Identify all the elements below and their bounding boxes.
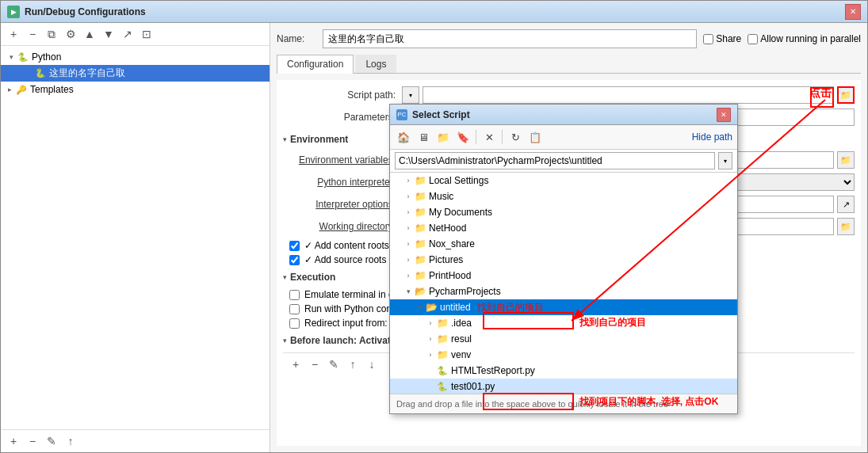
allow-parallel-checkbox[interactable]	[748, 34, 758, 44]
script-path-folder-button[interactable]: 📁	[837, 86, 855, 104]
hide-path-link[interactable]: Hide path	[692, 131, 732, 143]
run-python-label: Run with Python conso	[304, 303, 402, 314]
dialog-footer: Drag and drop a file into the space abov…	[390, 394, 737, 413]
emulate-checkbox[interactable]	[289, 290, 300, 300]
bottom-nav-button[interactable]: ↑	[63, 433, 78, 449]
config-tree: 🐍 Python 🐍 这里的名字自己取 🔑 Templates	[1, 46, 270, 429]
templates-arrow	[4, 84, 15, 95]
before-edit-button[interactable]: ✎	[326, 356, 342, 372]
share-checkbox[interactable]	[703, 34, 713, 44]
child-label: 这里的名字自己取	[49, 67, 125, 80]
bookmarks-button[interactable]: 🔖	[454, 128, 472, 146]
left-toolbar: + − ⧉ ⚙ ▲ ▼ ↗ ⊡	[1, 23, 270, 46]
remove-config-button[interactable]: −	[25, 26, 40, 42]
dialog-title-text: Select Script	[412, 109, 717, 120]
add-source-checkbox[interactable]	[289, 255, 300, 265]
script-path-input-area: ▾ 📁	[402, 86, 855, 104]
file-item[interactable]: ›📁.idea	[390, 315, 737, 331]
footer-text: Drag and drop a file into the space abov…	[396, 399, 668, 409]
window-icon: ▶	[7, 6, 20, 18]
interpreter-options-label[interactable]: Interpreter options:	[283, 199, 402, 210]
file-item[interactable]: ›📁PrintHood	[390, 268, 737, 284]
file-item[interactable]: ›📁NetHood	[390, 220, 737, 236]
before-up-button[interactable]: ↑	[345, 356, 361, 372]
file-item[interactable]: ▾📂untitled找到自己的项目	[390, 299, 737, 315]
interpreter-options-expand[interactable]: ↗	[837, 196, 855, 213]
run-python-checkbox[interactable]	[289, 304, 300, 314]
name-row: Name: Share Allow running in parallel	[277, 29, 861, 48]
env-vars-label[interactable]: Environment variables:	[283, 154, 402, 166]
tab-logs[interactable]: Logs	[355, 55, 396, 73]
file-item[interactable]: ▾📂PycharmProjects	[390, 284, 737, 299]
allow-parallel-checkbox-label[interactable]: Allow running in parallel	[748, 33, 861, 44]
path-input[interactable]	[395, 152, 715, 169]
python-interpreter-label[interactable]: Python interpreter:	[283, 177, 402, 188]
name-input[interactable]	[323, 29, 697, 48]
window-title: Run/Debug Configurations	[25, 6, 845, 17]
path-dropdown-button[interactable]: ▾	[718, 152, 732, 169]
select-script-dialog: PC Select Script ✕ 🏠 🖥 📁 🔖 ✕ ↻ 📋 Hide pa…	[389, 104, 738, 414]
new-folder-button[interactable]: 📁	[434, 128, 452, 146]
script-path-label: Script path:	[283, 89, 402, 101]
config-item-child[interactable]: 🐍 这里的名字自己取	[1, 65, 270, 82]
toolbar-sep1	[476, 130, 476, 144]
delete-button[interactable]: ✕	[480, 128, 498, 146]
run-debug-window: ▶ Run/Debug Configurations ✕ + − ⧉ ⚙ ▲ ▼…	[0, 0, 868, 453]
restore-button[interactable]: ⊡	[139, 26, 155, 42]
share-config-button[interactable]: ↗	[120, 26, 136, 42]
templates-item[interactable]: 🔑 Templates	[1, 82, 270, 97]
child-icon: 🐍	[34, 67, 47, 80]
window-close-button[interactable]: ✕	[845, 4, 861, 20]
file-item[interactable]: 🐍test001.py	[390, 379, 737, 394]
script-path-dropdown[interactable]: ▾	[402, 86, 419, 104]
add-content-checkbox[interactable]	[289, 241, 300, 251]
before-add-button[interactable]: +	[288, 356, 304, 372]
redirect-checkbox[interactable]	[289, 318, 300, 329]
tab-configuration[interactable]: Configuration	[277, 55, 354, 74]
python-group-label: Python	[32, 51, 61, 63]
redirect-label: Redirect input from:	[304, 318, 388, 329]
file-tree[interactable]: ›📁Local Settings›📁Music›📁My Documents›📁N…	[390, 173, 737, 394]
refresh-button[interactable]: ↻	[507, 128, 524, 146]
file-item[interactable]: ›📁Pictures	[390, 252, 737, 268]
dialog-toolbar: 🏠 🖥 📁 🔖 ✕ ↻ 📋 Hide path	[390, 125, 737, 150]
copy-path-button[interactable]: 📋	[526, 128, 544, 146]
path-bar: ▾	[390, 150, 737, 173]
before-remove-button[interactable]: −	[307, 356, 323, 372]
allow-parallel-label: Allow running in parallel	[760, 33, 861, 44]
home-button[interactable]: 🏠	[395, 128, 412, 146]
dialog-icon: PC	[396, 109, 407, 120]
share-checkbox-label[interactable]: Share	[703, 33, 741, 44]
env-title: Environment	[290, 134, 348, 145]
file-item[interactable]: ›📁venv	[390, 347, 737, 363]
file-item[interactable]: ›📁Nox_share	[390, 236, 737, 252]
add-config-button[interactable]: +	[6, 26, 21, 42]
parameters-label: Parameters:	[283, 112, 402, 123]
working-dir-folder-button[interactable]: 📁	[837, 218, 855, 235]
dialog-close-button[interactable]: ✕	[717, 108, 731, 122]
move-up-button[interactable]: ▲	[82, 26, 98, 42]
copy-config-button[interactable]: ⧉	[44, 26, 59, 42]
move-down-button[interactable]: ▼	[101, 26, 117, 42]
python-group[interactable]: 🐍 Python	[1, 49, 270, 65]
dialog-title-bar: PC Select Script ✕	[390, 105, 737, 125]
before-down-button[interactable]: ↓	[364, 356, 380, 372]
name-label: Name:	[277, 33, 316, 44]
bottom-remove-button[interactable]: −	[25, 433, 40, 449]
env-vars-folder-button[interactable]: 📁	[837, 151, 855, 169]
bottom-edit-button[interactable]: ✎	[44, 433, 59, 449]
file-item[interactable]: ›📁Music	[390, 188, 737, 204]
title-bar: ▶ Run/Debug Configurations ✕	[1, 1, 867, 23]
file-item[interactable]: ›📁resul	[390, 331, 737, 347]
bottom-add-button[interactable]: +	[6, 433, 21, 449]
exec-title: Execution	[290, 272, 335, 283]
toolbar-sep2	[502, 130, 503, 144]
desktop-button[interactable]: 🖥	[415, 128, 432, 146]
settings-config-button[interactable]: ⚙	[63, 26, 78, 42]
templates-icon: 🔑	[15, 83, 28, 96]
file-item[interactable]: 🐍HTMLTestReport.py	[390, 363, 737, 379]
file-item[interactable]: ›📁Local Settings	[390, 173, 737, 188]
working-dir-label[interactable]: Working directory:	[283, 221, 402, 232]
file-item[interactable]: ›📁My Documents	[390, 204, 737, 220]
script-path-input[interactable]	[423, 86, 834, 104]
